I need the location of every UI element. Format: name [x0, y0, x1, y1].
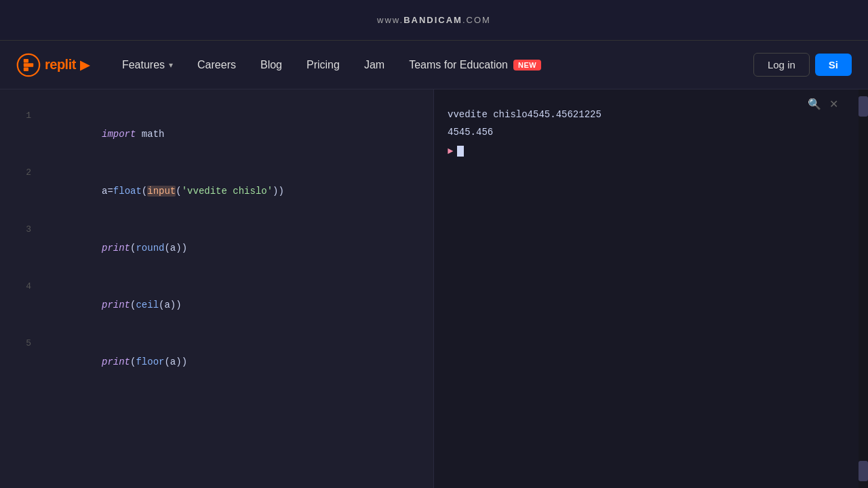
console-line-1: vvedite chislo4545.45621225: [448, 106, 854, 123]
editor-panel[interactable]: 1 import math 2 a=float(input('vvedite c…: [0, 89, 434, 488]
replit-logo-icon: [16, 53, 41, 77]
svg-rect-2: [24, 63, 33, 66]
code-area: 1 import math 2 a=float(input('vvedite c…: [0, 103, 433, 393]
nav-careers[interactable]: Careers: [186, 54, 247, 77]
logo[interactable]: replit ▶: [16, 53, 90, 77]
table-row: 3 print(round(a)): [0, 220, 433, 277]
line-number-3: 3: [11, 220, 31, 239]
scrollbar-track[interactable]: [859, 89, 868, 488]
console-panel: 🔍 ✕ vvedite chislo4545.45621225 4545.456…: [434, 89, 868, 488]
code-line-1: import math: [45, 106, 164, 163]
logo-text: replit: [45, 57, 76, 73]
features-label: Features: [122, 59, 165, 71]
line-number-1: 1: [11, 106, 31, 125]
code-line-5: print(floor(a)): [45, 333, 187, 390]
nav-links: Features ▾ Careers Blog Pricing Jam Team…: [111, 54, 753, 77]
signup-button[interactable]: Si: [815, 54, 852, 76]
nav-right: Log in Si: [753, 53, 852, 77]
jam-label: Jam: [364, 59, 384, 70]
watermark-text: www.BANDICAM.COM: [377, 15, 491, 25]
table-row: 5 print(floor(a)): [0, 333, 433, 390]
console-line-2: 4545.456: [448, 123, 854, 141]
scrollbar-thumb-bottom[interactable]: [859, 461, 868, 481]
pricing-label: Pricing: [307, 59, 340, 70]
chevron-down-icon: ▾: [169, 60, 173, 70]
table-row: 2 a=float(input('vvedite chislo')): [0, 163, 433, 220]
code-line-3: print(round(a)): [45, 220, 187, 277]
watermark-bar: www.BANDICAM.COM: [0, 0, 868, 41]
prompt-arrow-icon: ►: [448, 142, 453, 160]
line-number-2: 2: [11, 163, 31, 182]
main-content: 1 import math 2 a=float(input('vvedite c…: [0, 89, 868, 488]
svg-rect-3: [24, 67, 28, 70]
line-number-4: 4: [11, 277, 31, 296]
nav-features[interactable]: Features ▾: [111, 54, 184, 77]
code-line-4: print(ceil(a)): [45, 277, 182, 333]
prompt-cursor: [457, 146, 464, 157]
close-icon[interactable]: ✕: [829, 98, 838, 110]
line-number-5: 5: [11, 334, 31, 353]
scrollbar-thumb-top[interactable]: [859, 96, 868, 117]
search-icon[interactable]: 🔍: [808, 98, 821, 110]
careers-label: Careers: [197, 59, 236, 70]
nav-education[interactable]: Teams for Education NEW: [398, 54, 552, 77]
console-prompt: ►: [448, 142, 854, 160]
svg-rect-1: [24, 59, 28, 62]
nav-pricing[interactable]: Pricing: [296, 54, 351, 77]
new-badge: NEW: [513, 60, 541, 70]
nav-jam[interactable]: Jam: [353, 54, 395, 77]
console-output: vvedite chislo4545.45621225 4545.456 ►: [448, 106, 854, 160]
logo-arrow: ▶: [80, 58, 90, 73]
code-line-2: a=float(input('vvedite chislo')): [45, 163, 284, 220]
nav-blog[interactable]: Blog: [250, 54, 293, 77]
table-row: 4 print(ceil(a)): [0, 277, 433, 333]
table-row: 1 import math: [0, 106, 433, 163]
login-button[interactable]: Log in: [753, 53, 810, 77]
education-label: Teams for Education: [409, 59, 508, 71]
console-toolbar: 🔍 ✕: [808, 98, 838, 110]
blog-label: Blog: [260, 59, 282, 70]
navbar: replit ▶ Features ▾ Careers Blog Pricing…: [0, 41, 868, 89]
